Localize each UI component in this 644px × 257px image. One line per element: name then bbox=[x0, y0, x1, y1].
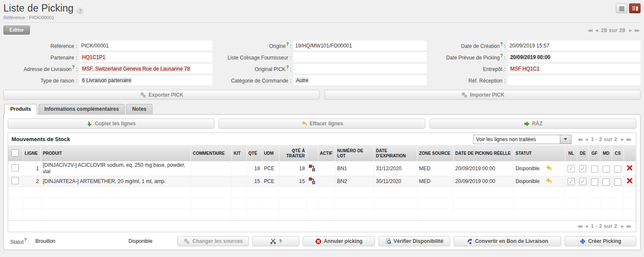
row-select-checkbox[interactable] bbox=[12, 164, 19, 171]
last-record-icon[interactable]: ▶▶ bbox=[633, 28, 641, 32]
delete-line-icon[interactable] bbox=[627, 165, 632, 171]
prev-record-icon[interactable]: ◀ bbox=[593, 28, 599, 32]
field-label-supplier-packing-list: Liste Colisage Fournisseur: bbox=[217, 53, 293, 61]
empty-row bbox=[8, 209, 636, 220]
record-pager: ◀◀ ◀ 28 sur 28 ▶ ▶▶ bbox=[586, 27, 641, 33]
move-line-row[interactable]: 1 [DINJACIV2V-] ACICLOVIR sodium, eq. 25… bbox=[8, 161, 636, 176]
title-help-icon[interactable]: ? bbox=[77, 8, 83, 14]
flag-nl-checkbox[interactable]: ✓ bbox=[568, 165, 575, 172]
gears-icon bbox=[183, 238, 190, 245]
split-line-icon[interactable] bbox=[309, 177, 316, 184]
flag-gf-checkbox[interactable] bbox=[591, 178, 598, 186]
field-label-delivery-address: Adresse de Livraison?: bbox=[3, 65, 79, 72]
list-view-button[interactable] bbox=[616, 3, 627, 13]
record-pager-text: 28 sur 28 bbox=[601, 27, 625, 33]
status-text: Disponible bbox=[515, 165, 539, 171]
statut-label: Statut?: bbox=[10, 238, 29, 245]
line-action-buttons: Copier les lignes Effacer lignes RÀZ bbox=[8, 118, 636, 129]
prev-page-icon[interactable]: ◀ bbox=[583, 224, 589, 228]
lines-pager-bottom-text: 1 - 2 sur 2 bbox=[591, 223, 618, 229]
warehouse-link[interactable]: MSF HQ1C1 bbox=[509, 66, 541, 72]
first-page-icon[interactable]: ◀◀ bbox=[576, 224, 583, 228]
check-availability-button[interactable]: Vérifier Disponibilité bbox=[378, 236, 450, 246]
field-label-origin: Origine?: bbox=[217, 42, 293, 49]
flag-cs-checkbox[interactable] bbox=[614, 178, 621, 186]
chevron-down-icon bbox=[560, 135, 571, 144]
prev-page-icon[interactable]: ◀ bbox=[583, 137, 589, 142]
field-reason-type: 6 Livraison partenaire bbox=[79, 75, 212, 85]
help-icon: ? bbox=[500, 42, 503, 47]
row-select-checkbox[interactable] bbox=[12, 177, 19, 184]
gears-icon bbox=[461, 92, 468, 98]
create-picking-button[interactable]: Créer Picking bbox=[565, 236, 636, 246]
flag-de-checkbox[interactable]: ✓ bbox=[579, 165, 586, 172]
stock-moves-table: LIGNE PRODUIT COMMENTAIRE KIT QTÉ UDM QT… bbox=[8, 146, 636, 220]
import-pick-button[interactable]: Importer PICK bbox=[325, 90, 641, 100]
panel-footer: Statut?: Brouillon Disponible Changer le… bbox=[8, 236, 636, 246]
raz-button[interactable]: RÀZ bbox=[430, 118, 636, 129]
select-all-checkbox[interactable] bbox=[12, 149, 19, 157]
field-label-reason-type: Type de raison: bbox=[3, 77, 79, 84]
blue-plus-icon bbox=[580, 238, 586, 245]
flag-md-checkbox[interactable] bbox=[603, 178, 610, 186]
flag-nl-checkbox[interactable]: ✓ bbox=[568, 178, 575, 185]
toolbar: Éditer ◀◀ ◀ 28 sur 28 ▶ ▶▶ bbox=[3, 26, 641, 35]
move-line-row[interactable]: 2 [DINJARTE2A-] ARTEMETHER, 20 mg/ml, 1 … bbox=[8, 176, 636, 187]
field-reception-ref bbox=[508, 75, 641, 85]
lines-pager-top-text: 1 - 2 sur 2 bbox=[591, 136, 618, 142]
form-grid-icon bbox=[632, 6, 638, 11]
tab-produits[interactable]: Produits bbox=[4, 104, 37, 115]
flag-gf-checkbox[interactable] bbox=[591, 165, 598, 173]
partner-link[interactable]: HQ1C1P1 bbox=[81, 54, 106, 60]
field-reference: PICK/00001 bbox=[79, 41, 212, 50]
split-line-icon[interactable] bbox=[309, 165, 316, 171]
flag-de-checkbox[interactable]: ✓ bbox=[579, 178, 586, 185]
form-view-button[interactable] bbox=[629, 3, 641, 13]
field-label-reference: Référence: bbox=[3, 42, 79, 49]
tab-notes[interactable]: Notes bbox=[126, 104, 152, 114]
split-tools-button[interactable]: ? bbox=[252, 236, 299, 246]
edit-button[interactable]: Éditer bbox=[3, 26, 30, 35]
cancel-picking-button[interactable]: Annuler picking bbox=[303, 236, 375, 246]
lines-pager-bottom: ◀◀ ◀ 1 - 2 sur 2 ▶ ▶▶ bbox=[576, 223, 632, 229]
help-icon: ? bbox=[286, 42, 289, 47]
line-filter-select[interactable]: Voir les lignes non traitées bbox=[473, 135, 571, 144]
yellow-undo-arrow-icon[interactable] bbox=[545, 165, 552, 172]
next-page-icon[interactable]: ▶ bbox=[619, 224, 625, 228]
field-label-warehouse: Entrepôt: bbox=[432, 65, 508, 72]
next-record-icon[interactable]: ▶ bbox=[627, 28, 633, 32]
first-record-icon[interactable]: ◀◀ bbox=[586, 28, 594, 32]
product-cell: [DINJACIV2V-] ACICLOVIR sodium, eq. 250 … bbox=[43, 162, 185, 174]
green-right-arrow-icon bbox=[524, 121, 530, 127]
convert-to-delivery-button[interactable]: Convertir en Bon de Livraison bbox=[454, 236, 561, 246]
next-page-icon[interactable]: ▶ bbox=[619, 137, 625, 142]
last-page-icon[interactable]: ▶▶ bbox=[625, 224, 632, 228]
first-page-icon[interactable]: ◀◀ bbox=[576, 137, 583, 142]
help-icon: ? bbox=[286, 65, 289, 70]
last-page-icon[interactable]: ▶▶ bbox=[625, 137, 632, 142]
delivery-address-link[interactable]: MSF, Switzerland Geneva Rue de Lausanne … bbox=[81, 66, 191, 72]
field-origin: 19/HQ/MW101/FO00001 bbox=[293, 41, 426, 50]
copy-lines-button[interactable]: Copier les lignes bbox=[8, 118, 214, 129]
yellow-undo-arrow-icon[interactable] bbox=[545, 178, 552, 185]
stock-moves-header: Mouvements de Stock Voir les lignes non … bbox=[8, 133, 636, 146]
scissors-icon bbox=[270, 238, 276, 245]
availability-field: Disponible bbox=[126, 236, 174, 246]
empty-row bbox=[8, 187, 636, 198]
delete-line-icon[interactable] bbox=[627, 178, 632, 183]
erase-lines-button[interactable]: Effacer lignes bbox=[219, 118, 425, 129]
flag-cs-checkbox[interactable] bbox=[614, 165, 621, 173]
flag-md-checkbox[interactable] bbox=[603, 165, 610, 173]
tab-informations-complementaires[interactable]: Informations complémentaires bbox=[38, 104, 125, 114]
yellow-undo-arrow-icon bbox=[301, 121, 307, 127]
field-label-expected-picking-date: Date Prévue de Picking?: bbox=[432, 53, 508, 61]
change-sources-button[interactable]: Changer les sources bbox=[177, 236, 249, 246]
list-lines-icon bbox=[618, 6, 625, 11]
help-icon: ? bbox=[500, 53, 503, 58]
product-cell: [DINJARTE2A-] ARTEMETHER, 20 mg/ml, 1 ml… bbox=[43, 178, 166, 184]
page-header: Liste de Picking ? bbox=[3, 3, 641, 14]
field-creation-date: 20/09/2019 15:57 bbox=[508, 41, 641, 50]
status-text: Disponible bbox=[515, 178, 539, 184]
export-pick-button[interactable]: Exporter PICK bbox=[3, 90, 319, 100]
gears-icon bbox=[140, 92, 146, 98]
